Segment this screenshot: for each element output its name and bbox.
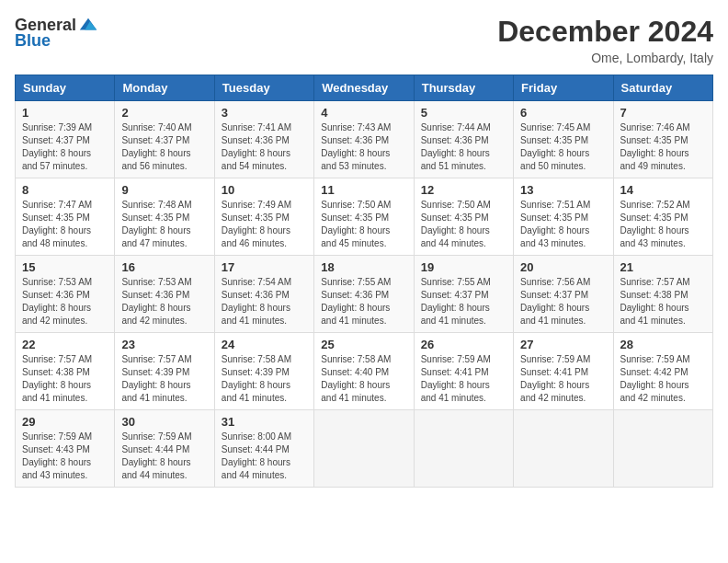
page-header: General Blue December 2024 Ome, Lombardy… <box>15 15 713 65</box>
calendar-cell: 30 Sunrise: 7:59 AM Sunset: 4:44 PM Dayl… <box>115 410 214 488</box>
day-info: Sunrise: 7:55 AM Sunset: 4:36 PM Dayligh… <box>321 276 406 327</box>
day-number: 1 <box>22 106 108 120</box>
day-number: 17 <box>222 260 307 274</box>
day-info: Sunrise: 7:43 AM Sunset: 4:36 PM Dayligh… <box>321 121 406 173</box>
calendar-cell: 5 Sunrise: 7:44 AM Sunset: 4:36 PM Dayli… <box>414 101 513 178</box>
day-number: 27 <box>520 338 606 351</box>
calendar-cell: 29 Sunrise: 7:59 AM Sunset: 4:43 PM Dayl… <box>16 410 115 488</box>
day-info: Sunrise: 7:59 AM Sunset: 4:41 PM Dayligh… <box>421 353 506 405</box>
calendar-cell: 16 Sunrise: 7:53 AM Sunset: 4:36 PM Dayl… <box>115 256 214 333</box>
day-number: 29 <box>22 415 108 429</box>
day-number: 8 <box>22 183 108 197</box>
calendar-cell <box>613 410 712 488</box>
calendar-cell: 22 Sunrise: 7:57 AM Sunset: 4:38 PM Dayl… <box>16 333 115 410</box>
column-header-wednesday: Wednesday <box>314 75 414 101</box>
day-number: 18 <box>321 260 406 274</box>
day-number: 13 <box>520 183 606 197</box>
day-info: Sunrise: 7:56 AM Sunset: 4:37 PM Dayligh… <box>520 276 606 327</box>
calendar-header-row: SundayMondayTuesdayWednesdayThursdayFrid… <box>16 75 713 101</box>
day-info: Sunrise: 7:57 AM Sunset: 4:38 PM Dayligh… <box>620 276 706 327</box>
calendar-week-1: 1 Sunrise: 7:39 AM Sunset: 4:37 PM Dayli… <box>16 101 713 178</box>
day-info: Sunrise: 7:40 AM Sunset: 4:37 PM Dayligh… <box>121 121 207 173</box>
calendar-cell: 23 Sunrise: 7:57 AM Sunset: 4:39 PM Dayl… <box>115 333 214 410</box>
calendar-cell: 14 Sunrise: 7:52 AM Sunset: 4:35 PM Dayl… <box>613 178 712 256</box>
logo-icon <box>78 15 98 35</box>
calendar: SundayMondayTuesdayWednesdayThursdayFrid… <box>15 75 713 488</box>
calendar-cell: 17 Sunrise: 7:54 AM Sunset: 4:36 PM Dayl… <box>214 256 313 333</box>
title-area: December 2024 Ome, Lombardy, Italy <box>497 15 713 65</box>
logo: General Blue <box>15 15 98 51</box>
day-number: 4 <box>321 106 406 120</box>
day-number: 21 <box>620 260 706 274</box>
logo-blue: Blue <box>15 31 51 51</box>
day-number: 3 <box>222 106 307 120</box>
day-number: 24 <box>222 338 307 351</box>
day-number: 5 <box>421 106 506 120</box>
column-header-sunday: Sunday <box>16 75 115 101</box>
column-header-thursday: Thursday <box>414 75 513 101</box>
calendar-cell: 31 Sunrise: 8:00 AM Sunset: 4:44 PM Dayl… <box>214 410 313 488</box>
day-number: 11 <box>321 183 406 197</box>
month-title: December 2024 <box>497 15 713 49</box>
day-number: 20 <box>520 260 606 274</box>
calendar-cell: 12 Sunrise: 7:50 AM Sunset: 4:35 PM Dayl… <box>414 178 513 256</box>
column-header-saturday: Saturday <box>613 75 712 101</box>
calendar-cell: 1 Sunrise: 7:39 AM Sunset: 4:37 PM Dayli… <box>16 101 115 178</box>
calendar-cell <box>514 410 613 488</box>
column-header-friday: Friday <box>514 75 613 101</box>
day-info: Sunrise: 7:46 AM Sunset: 4:35 PM Dayligh… <box>620 121 706 173</box>
day-number: 14 <box>620 183 706 197</box>
day-info: Sunrise: 8:00 AM Sunset: 4:44 PM Dayligh… <box>222 431 307 482</box>
day-info: Sunrise: 7:39 AM Sunset: 4:37 PM Dayligh… <box>22 121 108 173</box>
calendar-cell: 25 Sunrise: 7:58 AM Sunset: 4:40 PM Dayl… <box>314 333 414 410</box>
day-number: 12 <box>421 183 506 197</box>
day-info: Sunrise: 7:58 AM Sunset: 4:39 PM Dayligh… <box>222 353 307 405</box>
day-info: Sunrise: 7:57 AM Sunset: 4:38 PM Dayligh… <box>22 353 108 405</box>
day-info: Sunrise: 7:53 AM Sunset: 4:36 PM Dayligh… <box>121 276 207 327</box>
day-info: Sunrise: 7:59 AM Sunset: 4:42 PM Dayligh… <box>620 353 706 405</box>
column-header-monday: Monday <box>115 75 214 101</box>
calendar-week-4: 22 Sunrise: 7:57 AM Sunset: 4:38 PM Dayl… <box>16 333 713 410</box>
day-info: Sunrise: 7:54 AM Sunset: 4:36 PM Dayligh… <box>222 276 307 327</box>
day-number: 16 <box>121 260 207 274</box>
calendar-cell: 28 Sunrise: 7:59 AM Sunset: 4:42 PM Dayl… <box>613 333 712 410</box>
day-info: Sunrise: 7:57 AM Sunset: 4:39 PM Dayligh… <box>121 353 207 405</box>
calendar-cell: 20 Sunrise: 7:56 AM Sunset: 4:37 PM Dayl… <box>514 256 613 333</box>
calendar-cell: 21 Sunrise: 7:57 AM Sunset: 4:38 PM Dayl… <box>613 256 712 333</box>
column-header-tuesday: Tuesday <box>214 75 313 101</box>
calendar-cell: 2 Sunrise: 7:40 AM Sunset: 4:37 PM Dayli… <box>115 101 214 178</box>
day-info: Sunrise: 7:50 AM Sunset: 4:35 PM Dayligh… <box>321 199 406 250</box>
day-info: Sunrise: 7:49 AM Sunset: 4:35 PM Dayligh… <box>222 199 307 250</box>
calendar-week-2: 8 Sunrise: 7:47 AM Sunset: 4:35 PM Dayli… <box>16 178 713 256</box>
calendar-cell: 7 Sunrise: 7:46 AM Sunset: 4:35 PM Dayli… <box>613 101 712 178</box>
calendar-cell: 26 Sunrise: 7:59 AM Sunset: 4:41 PM Dayl… <box>414 333 513 410</box>
day-number: 26 <box>421 338 506 351</box>
day-number: 15 <box>22 260 108 274</box>
calendar-cell: 11 Sunrise: 7:50 AM Sunset: 4:35 PM Dayl… <box>314 178 414 256</box>
calendar-cell <box>314 410 414 488</box>
day-info: Sunrise: 7:50 AM Sunset: 4:35 PM Dayligh… <box>421 199 506 250</box>
calendar-cell: 19 Sunrise: 7:55 AM Sunset: 4:37 PM Dayl… <box>414 256 513 333</box>
day-info: Sunrise: 7:59 AM Sunset: 4:41 PM Dayligh… <box>520 353 606 405</box>
calendar-cell: 8 Sunrise: 7:47 AM Sunset: 4:35 PM Dayli… <box>16 178 115 256</box>
day-info: Sunrise: 7:48 AM Sunset: 4:35 PM Dayligh… <box>121 199 207 250</box>
calendar-cell: 27 Sunrise: 7:59 AM Sunset: 4:41 PM Dayl… <box>514 333 613 410</box>
day-number: 9 <box>121 183 207 197</box>
day-info: Sunrise: 7:44 AM Sunset: 4:36 PM Dayligh… <box>421 121 506 173</box>
day-info: Sunrise: 7:51 AM Sunset: 4:35 PM Dayligh… <box>520 199 606 250</box>
day-info: Sunrise: 7:55 AM Sunset: 4:37 PM Dayligh… <box>421 276 506 327</box>
day-number: 7 <box>620 106 706 120</box>
day-number: 19 <box>421 260 506 274</box>
calendar-cell: 9 Sunrise: 7:48 AM Sunset: 4:35 PM Dayli… <box>115 178 214 256</box>
location: Ome, Lombardy, Italy <box>497 51 713 65</box>
calendar-cell: 13 Sunrise: 7:51 AM Sunset: 4:35 PM Dayl… <box>514 178 613 256</box>
calendar-cell: 15 Sunrise: 7:53 AM Sunset: 4:36 PM Dayl… <box>16 256 115 333</box>
day-info: Sunrise: 7:58 AM Sunset: 4:40 PM Dayligh… <box>321 353 406 405</box>
calendar-cell <box>414 410 513 488</box>
day-number: 28 <box>620 338 706 351</box>
calendar-cell: 24 Sunrise: 7:58 AM Sunset: 4:39 PM Dayl… <box>214 333 313 410</box>
calendar-cell: 18 Sunrise: 7:55 AM Sunset: 4:36 PM Dayl… <box>314 256 414 333</box>
day-number: 30 <box>121 415 207 429</box>
day-number: 2 <box>121 106 207 120</box>
day-number: 22 <box>22 338 108 351</box>
